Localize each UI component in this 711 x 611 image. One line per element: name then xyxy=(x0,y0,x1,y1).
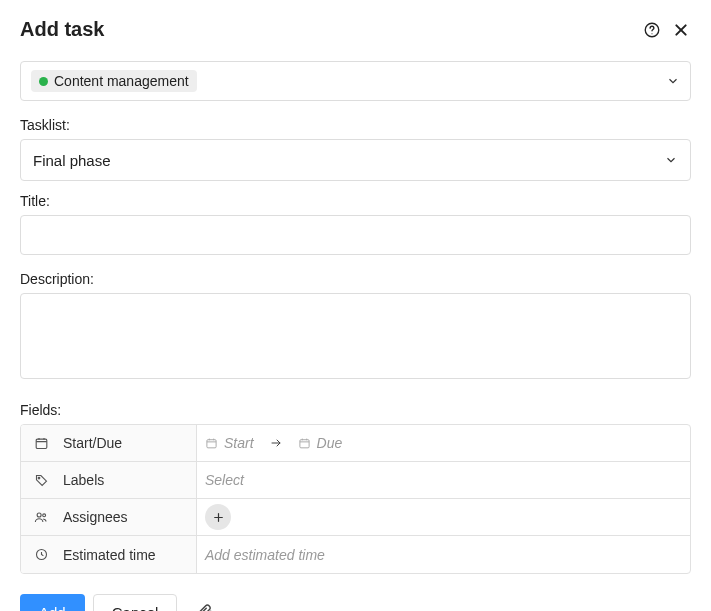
due-placeholder: Due xyxy=(317,435,343,451)
title-label: Title: xyxy=(20,193,691,209)
title-input[interactable] xyxy=(20,215,691,255)
calendar-icon xyxy=(205,437,218,450)
tasklist-label: Tasklist: xyxy=(20,117,691,133)
fields-label: Fields: xyxy=(20,402,691,418)
description-input[interactable] xyxy=(20,293,691,379)
estimated-placeholder: Add estimated time xyxy=(205,547,325,563)
attachment-icon[interactable] xyxy=(195,603,213,611)
tasklist-value: Final phase xyxy=(33,152,111,169)
field-row-startdue: Start/Due Start xyxy=(21,425,690,462)
field-row-label-text: Assignees xyxy=(63,509,128,525)
svg-rect-8 xyxy=(207,439,216,447)
chevron-down-icon xyxy=(664,153,678,167)
calendar-icon xyxy=(298,437,311,450)
field-row-label-text: Estimated time xyxy=(63,547,156,563)
startdue-value[interactable]: Start Due xyxy=(197,425,690,461)
calendar-icon xyxy=(33,436,49,451)
field-row-labels: Labels Select xyxy=(21,462,690,499)
cancel-button[interactable]: Cancel xyxy=(93,594,178,611)
svg-rect-13 xyxy=(299,439,308,447)
field-row-estimated: Estimated time Add estimated time xyxy=(21,536,690,573)
help-icon[interactable] xyxy=(641,19,663,41)
svg-point-1 xyxy=(651,33,652,34)
add-assignee-button[interactable] xyxy=(205,504,231,530)
labels-placeholder: Select xyxy=(205,472,244,488)
fields-table: Start/Due Start xyxy=(20,424,691,574)
arrow-right-icon xyxy=(268,437,284,449)
project-select[interactable]: Content management xyxy=(20,61,691,101)
field-row-label-text: Start/Due xyxy=(63,435,122,451)
page-title: Add task xyxy=(20,18,104,41)
svg-point-17 xyxy=(38,477,40,479)
tag-icon xyxy=(33,473,49,488)
field-row-assignees: Assignees xyxy=(21,499,690,536)
chevron-down-icon xyxy=(666,74,680,88)
field-row-label-text: Labels xyxy=(63,472,104,488)
description-label: Description: xyxy=(20,271,691,287)
svg-rect-4 xyxy=(36,439,47,448)
add-button[interactable]: Add xyxy=(20,594,85,611)
svg-point-18 xyxy=(37,513,41,517)
close-icon[interactable] xyxy=(671,20,691,40)
svg-point-19 xyxy=(43,513,46,516)
project-chip: Content management xyxy=(31,70,197,92)
assignees-value xyxy=(197,499,690,535)
people-icon xyxy=(33,510,49,525)
clock-icon xyxy=(33,547,49,562)
estimated-value[interactable]: Add estimated time xyxy=(197,536,690,573)
start-placeholder: Start xyxy=(224,435,254,451)
status-dot-icon xyxy=(39,77,48,86)
project-chip-label: Content management xyxy=(54,73,189,89)
tasklist-select[interactable]: Final phase xyxy=(20,139,691,181)
labels-value[interactable]: Select xyxy=(197,462,690,498)
